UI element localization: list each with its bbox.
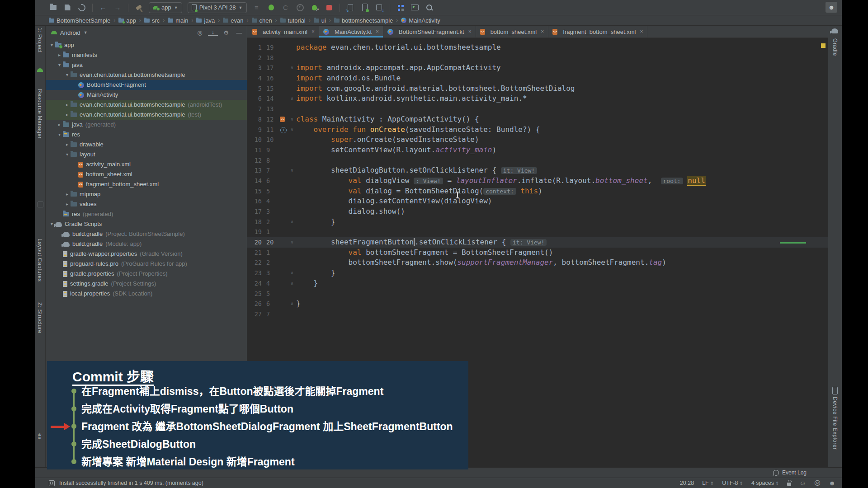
sdk-manager-icon[interactable] <box>373 2 385 13</box>
tool-stripe-layout-captures[interactable]: Layout Captures <box>37 239 43 282</box>
breadcrumb-item-mainactivity[interactable]: MainActivity <box>401 17 440 24</box>
sync-icon[interactable] <box>76 2 88 13</box>
tool-stripe-gradle[interactable]: Gradle <box>832 38 838 56</box>
close-tab-icon[interactable]: × <box>311 28 315 35</box>
code-line-11[interactable]: 119 setContentView(R.layout.activity_mai… <box>247 145 828 155</box>
tab-bottom-sheet-xml[interactable]: bottom_sheet.xml× <box>476 26 549 38</box>
tree-item-build-gradle-project-bottomsheetsample[interactable]: build.gradle(Project: BottomSheetSample) <box>46 229 247 239</box>
code-line-6[interactable]: 614∧import kotlinx.android.synthetic.mai… <box>247 94 828 104</box>
code-line-21[interactable]: 211 val bottomSheetFragment = BottomShee… <box>247 248 828 258</box>
close-tab-icon[interactable]: × <box>541 28 544 35</box>
tree-item-build-gradle-module-app[interactable]: build.gradle(Module: app) <box>46 239 247 249</box>
tool-stripe-resource-manager[interactable]: Resource Manager <box>37 89 43 139</box>
settings-icon[interactable]: ⚙ <box>221 29 231 36</box>
stop-icon[interactable] <box>323 2 335 13</box>
tool-stripe-es[interactable]: es <box>37 433 43 440</box>
code-line-23[interactable]: 233∧ } <box>247 268 828 278</box>
apply-changes-icon[interactable] <box>309 2 321 13</box>
cursor-position-widget[interactable]: 20:28 <box>680 480 694 486</box>
back-icon[interactable]: ← <box>97 2 109 13</box>
chevron-down-icon[interactable]: ▼ <box>84 30 88 35</box>
code-line-13[interactable]: 137∨ sheetDialogButton.setOnClickListene… <box>247 165 828 176</box>
code-line-10[interactable]: 1010 super.onCreate(savedInstanceState) <box>247 135 828 145</box>
code-line-17[interactable]: 173 dialog.show() <box>247 206 828 217</box>
tree-item-fragment-bottom-sheet-xml[interactable]: fragment_bottom_sheet.xml <box>46 179 247 189</box>
tool-stripe-icon[interactable] <box>38 202 43 207</box>
android-icon[interactable] <box>37 68 43 72</box>
target-device-select[interactable]: Pixel 3 API 28 ▼ <box>188 2 247 13</box>
code-line-16[interactable]: 164 dialog.setContentView(dialogView) <box>247 196 828 206</box>
tree-item-settings-gradle-project-settings[interactable]: settings.gradle(Project Settings) <box>46 279 247 289</box>
tree-item-activity-main-xml[interactable]: activity_main.xml <box>46 160 247 169</box>
tool-stripe-1-project[interactable]: 1: Project <box>37 28 43 53</box>
build-hammer-icon[interactable] <box>133 2 145 13</box>
encoding-widget[interactable]: UTF-8⇕ <box>722 480 743 486</box>
tree-item-app[interactable]: ▾app <box>46 40 247 50</box>
project-view-mode[interactable]: Android <box>60 29 80 36</box>
open-project-icon[interactable] <box>47 2 59 13</box>
line-separator-widget[interactable]: LF⇕ <box>702 480 714 486</box>
tree-item-manifests[interactable]: ▸manifests <box>46 50 247 60</box>
tree-item-mainactivity[interactable]: MainActivity <box>46 90 247 100</box>
device-icon[interactable] <box>832 387 838 394</box>
attach-process-icon[interactable]: C <box>280 2 292 13</box>
avd-manager-icon[interactable] <box>359 2 371 13</box>
tree-item-gradle-properties-project-properties[interactable]: gradle.properties(Project Properties) <box>46 269 247 279</box>
tree-item-evan-chen-tutorial-ui-bottomsheetsample-test[interactable]: ▸evan.chen.tutorial.ui.bottomsheetsample… <box>46 110 247 120</box>
sad-face-icon[interactable]: ☹ <box>814 479 821 487</box>
tree-item-proguard-rules-pro-proguard-rules-for-app[interactable]: proguard-rules.pro(ProGuard Rules for ap… <box>46 259 247 269</box>
tree-item-bottom-sheet-xml[interactable]: bottom_sheet.xml <box>46 169 247 179</box>
close-tab-icon[interactable]: × <box>376 28 379 35</box>
locate-file-icon[interactable]: ◎ <box>195 29 205 36</box>
tree-item-bottomsheetfragment[interactable]: BottomSheetFragment <box>46 80 247 90</box>
tree-item-java[interactable]: ▾java <box>46 60 247 70</box>
code-line-27[interactable]: 277 <box>247 309 828 319</box>
file-status-indicator[interactable] <box>821 43 826 48</box>
code-line-25[interactable]: 255 <box>247 289 828 299</box>
hide-panel-icon[interactable]: ― <box>234 29 244 36</box>
layout-inspector-icon[interactable] <box>409 2 421 13</box>
tool-stripe-z-structure[interactable]: Z: Structure <box>37 302 43 333</box>
tree-item-java-generated[interactable]: ▸java(generated) <box>46 120 247 130</box>
close-tab-icon[interactable]: × <box>640 28 643 35</box>
breadcrumb-item-src[interactable]: src <box>144 17 160 24</box>
tree-item-evan-chen-tutorial-ui-bottomsheetsample-androidtest[interactable]: ▸evan.chen.tutorial.ui.bottomsheetsample… <box>46 100 247 110</box>
breadcrumb-item-chen[interactable]: chen <box>252 17 272 24</box>
run-configuration-select[interactable]: app ▼ <box>149 2 182 13</box>
tab-activity-main-xml[interactable]: activity_main.xml× <box>248 26 319 38</box>
tree-item-values[interactable]: ▸values <box>46 199 247 209</box>
attach-debugger-icon[interactable] <box>344 2 356 13</box>
code-line-26[interactable]: 266∧} <box>247 299 828 309</box>
project-structure-icon[interactable] <box>395 2 406 13</box>
code-line-4[interactable]: 416import android.os.Bundle <box>247 73 828 84</box>
tree-item-gradle-scripts[interactable]: ▾Gradle Scripts <box>46 219 247 229</box>
lock-icon[interactable] <box>787 480 791 486</box>
breadcrumb-item-ui[interactable]: ui <box>314 17 326 24</box>
tree-item-local-properties-sdk-location[interactable]: local.properties(SDK Location) <box>46 289 247 299</box>
collapse-all-icon[interactable]: ↓ <box>208 29 218 36</box>
code-line-22[interactable]: 222 bottomSheetFragment.show(supportFrag… <box>247 258 828 268</box>
save-all-icon[interactable] <box>61 2 73 13</box>
code-line-20[interactable]: 2020∨ sheetFragmentButton.setOnClickList… <box>247 237 828 248</box>
code-line-19[interactable]: 191 <box>247 227 828 237</box>
tree-item-res-generated[interactable]: res(generated) <box>46 209 247 219</box>
coverage-icon[interactable]: ≡ <box>251 2 263 13</box>
gradle-elephant-icon[interactable] <box>831 28 838 33</box>
code-line-7[interactable]: 713 <box>247 104 828 114</box>
breadcrumb-item-java[interactable]: java <box>196 17 215 24</box>
breadcrumb-item-app[interactable]: app <box>118 17 136 24</box>
breadcrumb-item-bottomsheetsample[interactable]: bottomsheetsample <box>334 17 393 24</box>
breadcrumb-item-tutorial[interactable]: tutorial <box>280 17 306 24</box>
user-avatar[interactable] <box>826 2 837 13</box>
tree-item-evan-chen-tutorial-ui-bottomsheetsample[interactable]: ▾evan.chen.tutorial.ui.bottomsheetsample <box>46 70 247 80</box>
code-line-15[interactable]: 155 val dialog = BottomSheetDialog(conte… <box>247 186 828 197</box>
tree-item-gradle-wrapper-properties-gradle-version[interactable]: gradle-wrapper.properties(Gradle Version… <box>46 249 247 259</box>
profiler-icon[interactable] <box>294 2 306 13</box>
code-line-3[interactable]: 317∨import androidx.appcompat.app.AppCom… <box>247 63 828 73</box>
notification-icon[interactable] <box>49 480 55 486</box>
code-line-18[interactable]: 182∧ } <box>247 217 828 227</box>
tab-fragment-bottom-sheet-xml[interactable]: fragment_bottom_sheet.xml× <box>548 26 647 38</box>
forward-icon[interactable]: → <box>112 2 123 13</box>
code-line-2[interactable]: 218 <box>247 53 828 63</box>
code-line-12[interactable]: 128 <box>247 155 828 166</box>
